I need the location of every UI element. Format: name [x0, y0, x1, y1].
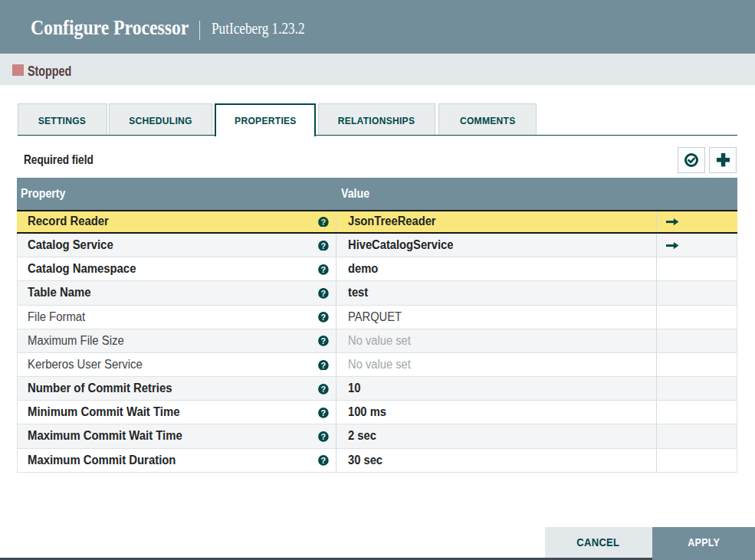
- svg-text:?: ?: [321, 217, 327, 226]
- svg-text:?: ?: [321, 265, 327, 274]
- svg-text:?: ?: [321, 289, 327, 298]
- svg-text:?: ?: [321, 456, 327, 465]
- svg-text:?: ?: [321, 385, 327, 394]
- svg-text:?: ?: [321, 360, 327, 369]
- svg-text:?: ?: [321, 241, 327, 250]
- svg-text:?: ?: [321, 408, 327, 418]
- svg-text:?: ?: [321, 313, 327, 322]
- svg-text:?: ?: [321, 336, 327, 345]
- svg-text:?: ?: [321, 432, 327, 441]
